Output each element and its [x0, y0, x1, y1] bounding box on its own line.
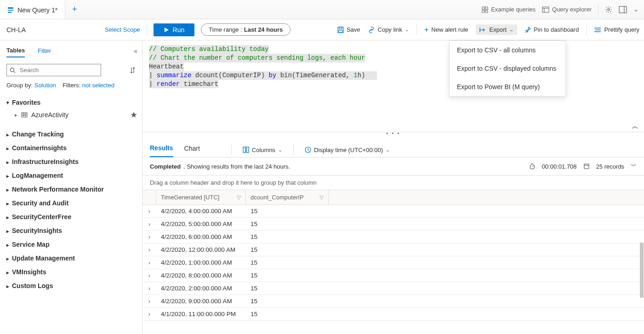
table-row[interactable]: ›4/2/2020, 8:00:00.000 AM15	[142, 269, 644, 282]
category-item[interactable]: SecurityCenterFree	[6, 210, 137, 224]
example-queries-button[interactable]: Example queries	[482, 6, 536, 13]
save-button[interactable]: Save	[337, 26, 360, 33]
expand-row-icon[interactable]: ›	[142, 285, 156, 292]
collapse-sidebar-button[interactable]: «	[134, 47, 137, 55]
expand-row-icon[interactable]: ›	[142, 246, 156, 253]
category-item[interactable]: Change Tracking	[6, 127, 137, 141]
filter-icon[interactable]: ▽	[237, 194, 241, 201]
svg-rect-4	[485, 7, 488, 9]
table-row[interactable]: ›4/1/2020, 11:00:00.000 PM15	[142, 308, 644, 321]
category-item[interactable]: InfrastructureInsights	[6, 155, 137, 169]
table-body: ›4/2/2020, 4:00:00.000 AM15›4/2/2020, 5:…	[142, 205, 644, 334]
run-button[interactable]: Run	[154, 23, 195, 36]
favorite-item[interactable]: ▸ AzureActivity ★	[6, 106, 137, 124]
category-label: Network Performance Monitor	[12, 186, 104, 193]
svg-rect-15	[339, 27, 342, 29]
chevron-right-icon	[6, 158, 9, 165]
tab-results[interactable]: Results	[150, 142, 173, 157]
editor-num: 1	[353, 72, 357, 79]
groupby-label: Group by:	[6, 82, 33, 89]
time-range-picker[interactable]: Time range : Last 24 hours	[201, 23, 291, 36]
category-item[interactable]: Network Performance Monitor	[6, 182, 137, 196]
cell-dcount: 15	[246, 208, 329, 215]
plus-icon: +	[424, 26, 428, 34]
category-item[interactable]: Security and Audit	[6, 196, 137, 210]
expand-row-icon[interactable]: ›	[142, 311, 156, 317]
expand-row-icon[interactable]: ›	[142, 221, 156, 227]
tab-tables[interactable]: Tables	[6, 44, 25, 57]
expand-down-icon[interactable]: ︾	[631, 162, 637, 170]
tab-filter[interactable]: Filter	[38, 45, 51, 57]
select-scope-link[interactable]: Select Scope	[105, 26, 140, 33]
category-item[interactable]: Custom Logs	[6, 279, 137, 293]
col-dcount[interactable]: dcount_ComputerIP ▽	[246, 190, 329, 204]
expand-row-icon[interactable]: ›	[142, 298, 156, 305]
category-item[interactable]: LogManagement	[6, 169, 137, 182]
pin-button[interactable]: Pin to dashboard	[524, 26, 579, 33]
chevron-down-button[interactable]: ⌄	[633, 6, 638, 13]
tab-title: New Query 1*	[17, 6, 57, 14]
category-label: Security and Audit	[12, 199, 68, 207]
table-row[interactable]: ›4/2/2020, 1:00:00.000 AM15	[142, 256, 644, 269]
table-row[interactable]: ›4/2/2020, 9:00:00.000 AM15	[142, 295, 644, 308]
group-hint[interactable]: Drag a column header and drop it here to…	[142, 175, 644, 190]
category-item[interactable]: ContainerInsights	[6, 141, 137, 155]
display-time-label: Display time (UTC+00:00)	[314, 147, 383, 153]
cell-dcount: 15	[246, 298, 329, 305]
settings-button[interactable]	[605, 6, 612, 13]
new-alert-rule-button[interactable]: + New alert rule	[424, 26, 468, 34]
table-row[interactable]: ›4/2/2020, 12:00:00.000 AM15	[142, 243, 644, 256]
chevron-right-icon	[6, 199, 9, 207]
category-item[interactable]: SecurityInsights	[6, 224, 137, 238]
divider	[586, 25, 587, 35]
sort-toggle-icon[interactable]	[130, 67, 137, 74]
category-item[interactable]: VMInsights	[6, 265, 137, 279]
display-time-button[interactable]: Display time (UTC+00:00) ⌄	[305, 147, 390, 153]
chevron-right-icon	[6, 172, 9, 179]
divider	[416, 25, 417, 35]
panel-toggle-button[interactable]	[619, 6, 627, 13]
category-item[interactable]: Service Map	[6, 238, 137, 251]
table-row[interactable]: ›4/2/2020, 5:00:00.000 AM15	[142, 218, 644, 231]
export-powerbi[interactable]: Export to Power BI (M query)	[450, 78, 565, 96]
export-button[interactable]: Export ⌄	[476, 24, 518, 35]
expand-row-icon[interactable]: ›	[142, 208, 156, 215]
favorites-section[interactable]: Favorites	[6, 99, 137, 106]
col-timegenerated[interactable]: TimeGenerated [UTC] ▽	[156, 190, 246, 204]
tab-new-query[interactable]: New Query 1*	[0, 0, 65, 19]
add-tab-button[interactable]: +	[65, 0, 84, 19]
expand-row-icon[interactable]: ›	[142, 259, 156, 266]
table-row[interactable]: ›4/2/2020, 6:00:00.000 AM15	[142, 231, 644, 243]
star-icon[interactable]: ★	[130, 110, 137, 120]
tab-chart[interactable]: Chart	[184, 143, 200, 157]
search-input[interactable]	[6, 64, 101, 76]
svg-rect-26	[22, 113, 27, 117]
columns-button[interactable]: Columns ⌄	[243, 147, 282, 153]
copy-link-button[interactable]: Copy link ⌄	[368, 26, 409, 33]
filters-value[interactable]: not selected	[82, 82, 114, 89]
chevron-down-icon: ⌄	[278, 147, 282, 153]
groupby-value[interactable]: Solution	[34, 82, 56, 89]
cell-dcount: 15	[246, 311, 329, 317]
scrollbar-thumb[interactable]	[640, 243, 644, 298]
export-csv-displayed[interactable]: Export to CSV - displayed columns	[450, 59, 565, 78]
category-item[interactable]: Update Management	[6, 251, 137, 265]
table-row[interactable]: ›4/2/2020, 2:00:00.000 AM15	[142, 282, 644, 295]
cell-timegenerated: 4/2/2020, 8:00:00.000 AM	[156, 272, 246, 279]
expand-row-icon[interactable]: ›	[142, 272, 156, 279]
columns-label: Columns	[252, 147, 275, 153]
grid-icon	[482, 6, 488, 13]
prettify-button[interactable]: Prettify query	[594, 26, 639, 33]
query-explorer-button[interactable]: Query explorer	[542, 6, 592, 13]
kw-by: by	[268, 72, 276, 79]
table-row[interactable]: ›4/2/2020, 4:00:00.000 AM15	[142, 205, 644, 218]
collapse-editor-icon[interactable]: ︽	[632, 122, 638, 130]
query-editor[interactable]: // Computers availability today // Chart…	[142, 40, 644, 132]
expand-row-icon[interactable]: ›	[142, 233, 156, 240]
chevron-right-icon	[6, 268, 9, 276]
col-label: TimeGenerated [UTC]	[161, 194, 219, 201]
prettify-icon	[594, 27, 601, 33]
filter-icon[interactable]: ▽	[319, 194, 324, 201]
resize-handle[interactable]: • • •	[142, 132, 644, 138]
export-csv-all[interactable]: Export to CSV - all columns	[450, 41, 565, 59]
